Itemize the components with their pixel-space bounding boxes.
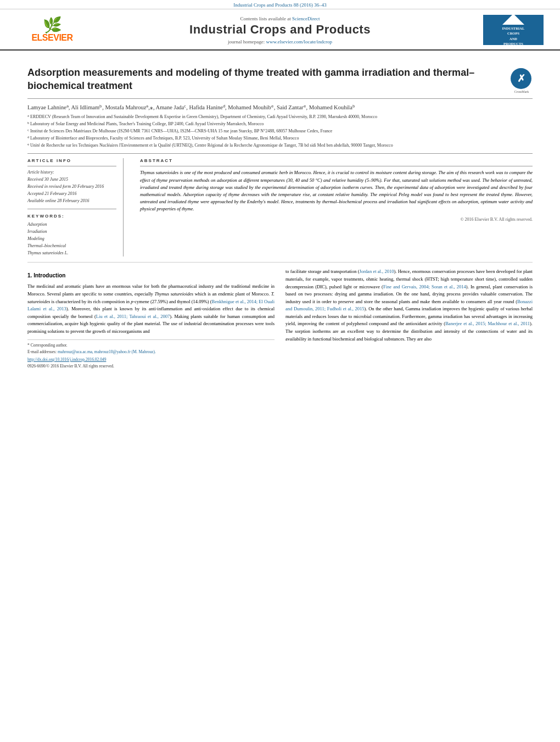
keywords-list: Adsorption Irradiation Modeling Thermal–… [27, 221, 116, 256]
journal-logo-container: INDUSTRIALCROPSANDPRODUCTS [472, 15, 544, 45]
journal-reference-bar: Industrial Crops and Products 88 (2016) … [0, 0, 560, 9]
keyword-4: Thermal–biochemical [27, 243, 116, 250]
crossmark-circle: ✗ [511, 68, 531, 89]
revised-date: Received in revised form 20 February 201… [27, 183, 116, 191]
crossmark-symbol: ✗ [517, 72, 525, 85]
ref-link-2[interactable]: Liu et al., 2011; Tahraoui et al., 2007 [96, 314, 170, 319]
available-date: Available online 28 February 2016 [27, 198, 116, 205]
corresponding-author-note: * Corresponding author. [27, 342, 275, 348]
journal-logo: INDUSTRIALCROPSANDPRODUCTS [483, 15, 544, 45]
right-column: to facilitate storage and transportation… [285, 268, 533, 369]
article-info-panel: ARTICLE INFO Article history: Received 3… [27, 158, 124, 256]
keyword-3: Modeling [27, 236, 116, 243]
logo-text: INDUSTRIALCROPSANDPRODUCTS [502, 26, 525, 46]
ref-link-3[interactable]: Jordan et al., 2010 [359, 269, 394, 274]
email-addresses: E-mail addresses: mahrouz@uca.ac.ma, mah… [27, 349, 275, 355]
keyword-2: Irradiation [27, 228, 116, 236]
science-direct-link[interactable]: ScienceDirect [292, 16, 320, 21]
footnote-section: * Corresponding author. E-mail addresses… [27, 339, 275, 369]
contents-text: Contents lists available at ScienceDirec… [88, 16, 472, 21]
elsevier-tree-icon: 🌿 [43, 18, 62, 33]
doi-anchor[interactable]: http://dx.doi.org/10.1016/j.indcrop.2016… [27, 357, 106, 362]
journal-ref-text: Industrial Crops and Products 88 (2016) … [233, 2, 326, 8]
abstract-section: ABSTRACT Thymus satureioides is one of t… [140, 158, 533, 256]
journal-homepage-link[interactable]: www.elsevier.com/locate/indcrop [266, 39, 332, 44]
intro-para-1: The medicinal and aromatic plants have a… [27, 283, 275, 335]
main-content: Adsorption measurements and modeling of … [0, 51, 560, 369]
ref-link-6[interactable]: Banerjee et al., 2015; Machhour et al., … [445, 321, 530, 326]
copyright-line: © 2016 Elsevier B.V. All rights reserved… [140, 217, 533, 222]
ref-link-1[interactable]: Benkhnigue et al., 2014; El Ouali Lalami… [27, 299, 275, 312]
elsevier-logo-container: 🌿 ELSEVIER [16, 18, 88, 43]
received-date: Received 30 June 2015 [27, 176, 116, 183]
ref-link-5[interactable]: Bonazzi and Dumoulin, 2011; Fudholi et a… [285, 299, 533, 312]
email-link[interactable]: mahrouz@uca.ac.ma, mahrouz10@yahoo.fr (M… [58, 349, 156, 354]
doi-link[interactable]: http://dx.doi.org/10.1016/j.indcrop.2016… [27, 356, 275, 363]
divider [27, 262, 533, 263]
article-title-section: Adsorption measurements and modeling of … [27, 56, 533, 99]
keyword-5: Thymus satureioides L. [27, 250, 116, 257]
two-column-body: 1. Introduction The medicinal and aromat… [27, 268, 533, 369]
keywords-label: Keywords: [27, 214, 116, 219]
accepted-date: Accepted 21 February 2016 [27, 191, 116, 198]
keywords-section: Keywords: Adsorption Irradiation Modelin… [27, 214, 116, 256]
affiliation-e: ᵉ Unité de Recherche sur les Techniques … [27, 142, 533, 149]
article-info-abstract-container: ARTICLE INFO Article history: Received 3… [27, 153, 533, 256]
affiliation-b: ᵇ Laboratory of Solar Energy and Medicin… [27, 121, 533, 127]
authors-text: Lamyae Lahnineᵃ, Ali Idlimamᵇ, Mostafa M… [27, 104, 355, 110]
abstract-label: ABSTRACT [140, 158, 533, 163]
history-label: Article history: [27, 169, 116, 176]
abstract-text: Thymus satureioides is one of the most p… [140, 169, 533, 213]
journal-homepage: journal homepage: www.elsevier.com/locat… [88, 39, 472, 44]
affiliation-c: ᶜ Institut de Sciences Des Matériaux De … [27, 128, 533, 135]
intro-para-2: to facilitate storage and transportation… [285, 268, 533, 343]
issn-text: 0926-6690/© 2016 Elsevier B.V. All right… [27, 363, 275, 369]
ref-link-4[interactable]: Fine and Gervais, 2004; Soran et al., 20… [383, 284, 466, 289]
crossmark-badge[interactable]: ✗ CrossMark [511, 68, 533, 90]
keyword-1: Adsorption [27, 221, 116, 228]
journal-title: Industrial Crops and Products [88, 23, 472, 37]
affiliation-d: ᵈ Laboratory of Biointerface and Bioproc… [27, 135, 533, 142]
affiliation-a: ᵃ ERDDECV (Research Team of Innovation a… [27, 114, 533, 120]
authors-line: Lamyae Lahnineᵃ, Ali Idlimamᵇ, Mostafa M… [27, 103, 533, 112]
elsevier-wordmark: ELSEVIER [31, 33, 72, 43]
article-info-label: ARTICLE INFO [27, 158, 116, 163]
article-title: Adsorption measurements and modeling of … [27, 66, 511, 93]
journal-header: 🌿 ELSEVIER Contents lists available at S… [0, 9, 560, 51]
intro-heading: 1. Introduction [27, 271, 275, 280]
logo-triangle [502, 14, 524, 25]
article-history: Article history: Received 30 June 2015 R… [27, 169, 116, 204]
crossmark-label: CrossMark [511, 90, 533, 93]
affiliations-block: ᵃ ERDDECV (Research Team of Innovation a… [27, 114, 533, 149]
abstract-body: Thymus satureioides is one of the most p… [140, 170, 533, 211]
journal-title-block: Contents lists available at ScienceDirec… [88, 16, 472, 44]
left-column: 1. Introduction The medicinal and aromat… [27, 268, 275, 369]
